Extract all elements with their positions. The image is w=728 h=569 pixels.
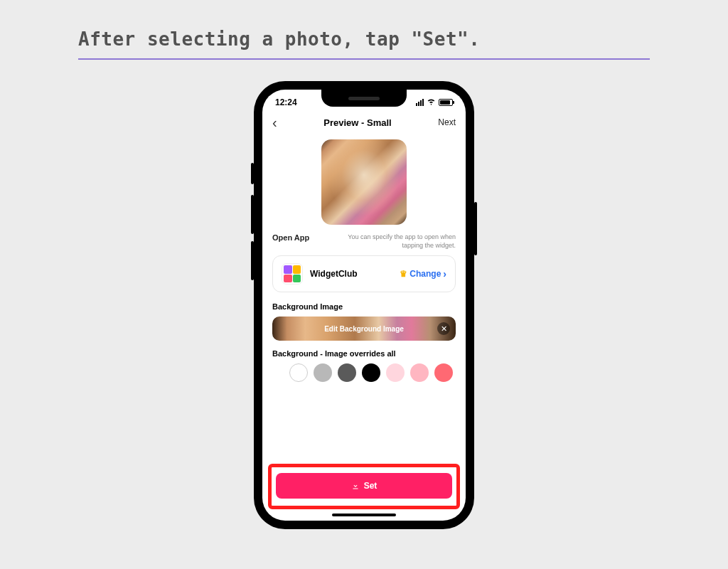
phone-screen: 12:24 ‹ Preview - Small Next	[262, 90, 466, 521]
color-swatch[interactable]	[289, 363, 308, 382]
phone-frame: 12:24 ‹ Preview - Small Next	[254, 81, 474, 529]
edit-bg-text: Edit Background Image	[324, 325, 404, 333]
battery-icon	[439, 99, 453, 106]
app-name: WidgetClub	[310, 269, 392, 279]
home-indicator	[332, 514, 396, 516]
set-button-highlight: Set	[268, 464, 460, 509]
phone-notch	[321, 90, 407, 107]
phone-volume-down	[251, 241, 254, 280]
crown-icon: ♛	[400, 269, 407, 279]
wifi-icon	[427, 97, 436, 108]
chevron-right-icon: ›	[443, 268, 446, 280]
phone-power-button	[474, 202, 477, 255]
background-color-label: Background - Image overrides all	[272, 349, 456, 358]
next-button[interactable]: Next	[438, 117, 456, 127]
color-swatches	[272, 363, 456, 382]
change-label: Change	[410, 269, 441, 279]
open-app-label: Open App	[272, 233, 309, 242]
phone-volume-up	[251, 195, 254, 234]
background-image-label: Background Image	[272, 302, 456, 311]
color-swatch[interactable]	[410, 363, 429, 382]
phone-mute-switch	[251, 163, 254, 184]
color-swatch[interactable]	[338, 363, 356, 382]
color-swatch[interactable]	[386, 363, 405, 382]
instruction-underline	[78, 58, 650, 60]
back-button[interactable]: ‹	[272, 115, 277, 129]
download-icon	[351, 482, 360, 490]
color-swatch[interactable]	[434, 363, 453, 382]
nav-bar: ‹ Preview - Small Next	[262, 111, 466, 135]
color-swatch[interactable]	[314, 363, 332, 382]
instruction-heading: After selecting a photo, tap "Set".	[78, 28, 650, 50]
widget-preview	[321, 139, 407, 225]
color-swatch[interactable]	[362, 363, 380, 382]
set-button-label: Set	[364, 481, 378, 491]
open-app-hint: You can specify the app to open when tap…	[335, 233, 456, 250]
edit-background-image-button[interactable]: Edit Background Image ✕	[272, 317, 456, 341]
screen-title: Preview - Small	[323, 117, 391, 128]
status-time: 12:24	[275, 97, 297, 107]
widgetclub-app-icon	[282, 263, 303, 284]
cellular-icon	[416, 99, 424, 106]
remove-bg-image-button[interactable]: ✕	[437, 322, 450, 335]
open-app-card[interactable]: WidgetClub ♛ Change ›	[272, 255, 456, 292]
change-app-button[interactable]: ♛ Change ›	[400, 268, 446, 280]
set-button[interactable]: Set	[276, 473, 452, 499]
